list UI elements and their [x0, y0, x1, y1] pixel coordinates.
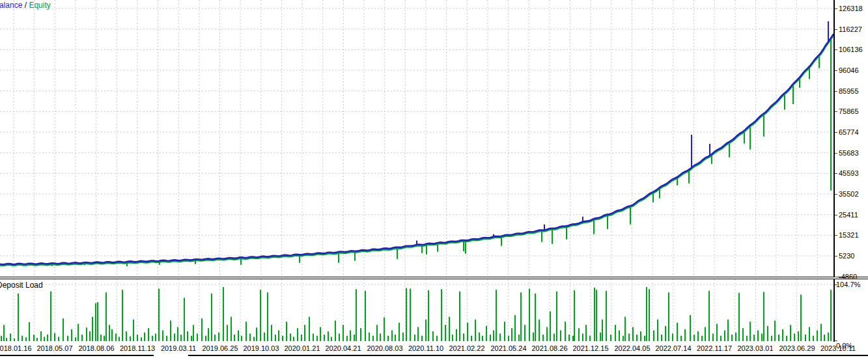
y-axis-tick: [835, 340, 837, 341]
y-axis-tick: [835, 132, 837, 133]
y-axis-line: [833, 0, 835, 342]
legend-separator: /: [22, 1, 29, 10]
y-axis-label: 116227: [839, 25, 862, 33]
y-axis-label: 15321: [839, 231, 859, 239]
y-axis-label: 65774: [839, 128, 859, 136]
y-axis-tick: [835, 49, 837, 50]
y-axis-label: -4860: [839, 273, 857, 281]
deposit-load-min-label: 0.0%: [836, 342, 852, 350]
y-axis-tick: [835, 215, 837, 215]
y-axis-tick: [835, 173, 837, 174]
legend-balance-label: Balance: [0, 1, 22, 10]
bottom-rule-left: [0, 355, 154, 356]
y-axis-label: 5230: [839, 252, 854, 260]
y-axis-label: 35502: [839, 190, 859, 198]
chart-legend: Balance / Equity: [0, 1, 51, 10]
deposit-load-plot: [0, 279, 834, 341]
y-axis-tick: [835, 194, 837, 195]
y-axis-label: 55683: [839, 149, 859, 157]
bottom-rule-right: [188, 355, 868, 356]
balance-equity-pane: [0, 0, 834, 277]
deposit-load-title: Deposit Load: [0, 281, 43, 290]
deposit-load-pane: [0, 279, 834, 341]
pane-divider: [0, 277, 868, 279]
y-axis-label: 85955: [839, 87, 859, 95]
y-axis-tick: [835, 111, 837, 112]
y-axis-tick: [835, 256, 837, 256]
y-axis-tick: [835, 277, 837, 277]
deposit-load-max-label: 104.7%: [836, 281, 860, 288]
y-axis-label: 96046: [839, 66, 859, 74]
tester-report-chart: Balance / Equity Deposit Load 1263181162…: [0, 0, 868, 360]
balance-equity-plot: [0, 0, 834, 277]
y-axis-tick: [835, 153, 837, 154]
y-axis-tick: [835, 8, 837, 9]
y-axis-tick: [835, 29, 837, 30]
y-axis-label: 45593: [839, 169, 859, 177]
y-axis-tick: [835, 70, 837, 71]
y-axis-label: 25411: [839, 211, 858, 219]
legend-equity-label: Equity: [29, 1, 50, 10]
y-axis-tick: [835, 235, 837, 236]
y-axis-label: 106136: [839, 46, 863, 53]
y-axis-tick: [835, 91, 837, 92]
y-axis-label: 126318: [839, 5, 863, 12]
y-axis-label: 75865: [839, 107, 859, 115]
